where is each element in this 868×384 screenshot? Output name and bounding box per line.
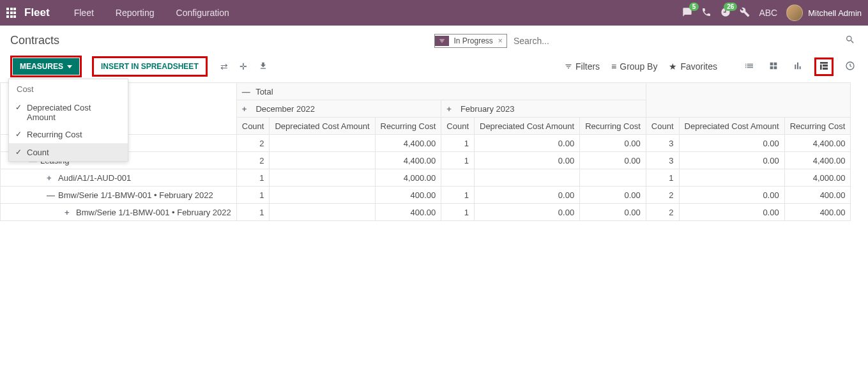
plus-icon[interactable]: + [65,208,73,217]
avatar [786,4,803,21]
apps-icon[interactable] [6,8,17,18]
pivot-cell [475,169,580,187]
plus-icon[interactable]: + [47,173,56,183]
pivot-cell [270,135,375,152]
kanban-view-icon[interactable] [766,58,781,75]
row-header[interactable]: —Bmw/Serie 1/1-BMW-001 • February 2022 [1,187,237,204]
phone-icon[interactable] [701,7,712,19]
col-total[interactable]: — Total [236,83,646,100]
pivot-cell: 1 [441,204,475,221]
chat-icon[interactable]: 5 [682,7,692,19]
measure-h-2[interactable]: Recurring Cost [375,118,441,135]
search-input[interactable] [511,33,842,49]
dd-item-recurring[interactable]: Recurring Cost [9,126,128,143]
nav-link-fleet[interactable]: Fleet [65,8,103,18]
pivot-cell: 0.00 [475,187,580,204]
measures-highlight: MEASURES [10,56,82,77]
search-facet: In Progress × [434,34,507,48]
pivot-cell: 0.00 [580,152,646,169]
expand-all-icon[interactable]: ✛ [240,61,247,72]
pivot-cell: 4,000.00 [784,169,851,187]
pivot-cell: 4,400.00 [784,135,851,152]
breadcrumb: Contracts [10,34,59,47]
pivot-cell: 1 [441,187,475,204]
pivot-cell: 0.00 [475,135,580,152]
table-row: +Bmw/Serie 1/1-BMW-001 • February 202214… [1,204,851,221]
groupby-label: Group By [620,61,657,72]
measure-h-2b[interactable]: Recurring Cost [580,118,646,135]
measure-h-1[interactable]: Depreciated Cost Amount [270,118,375,135]
minus-icon[interactable]: — [47,190,56,200]
row-header[interactable]: +Audi/A1/1-AUD-001 [1,169,237,187]
pivot-cell: 2 [236,152,270,169]
pivot-cell: 1 [441,135,475,152]
user-menu[interactable]: Mitchell Admin [786,4,862,21]
measure-h-2c[interactable]: Recurring Cost [784,118,851,135]
period-1-label: February 2023 [461,104,515,114]
col-period-1[interactable]: + February 2023 [441,100,646,118]
row-label: Bmw/Serie 1/1-BMW-001 • February 2022 [58,190,213,200]
filter-icon [435,36,449,46]
clock-icon[interactable]: 26 [720,7,731,19]
main-navbar: Fleet Fleet Reporting Configuration 5 26… [0,0,868,26]
pivot-cell: 0.00 [679,152,784,169]
search-icon[interactable] [842,32,858,49]
pivot-cell: 3 [646,152,679,169]
measure-h-1c[interactable]: Depreciated Cost Amount [679,118,784,135]
minus-icon: — [242,87,251,96]
pivot-cell: 1 [441,152,475,169]
pivot-cell: 4,400.00 [784,152,851,169]
abc-label[interactable]: ABC [759,8,777,18]
pivot-cell: 0.00 [475,204,580,221]
dd-item-depreciated[interactable]: Depreciated Cost Amount [9,99,128,126]
pivot-cell [270,187,375,204]
pivot-cell [679,169,784,187]
facet-text: In Progress [449,35,497,47]
measures-label: MEASURES [20,62,63,71]
measures-button[interactable]: MEASURES [13,58,79,75]
measure-h-0[interactable]: Count [236,118,270,135]
pivot-cell [270,152,375,169]
pivot-cell: 2 [646,204,679,221]
nav-link-configuration[interactable]: Configuration [167,8,238,18]
groupby-button[interactable]: ≡ Group By [611,61,657,72]
pivot-toolbar: ⇄ ✛ [220,61,268,72]
favorites-label: Favorites [680,61,717,72]
graph-view-icon[interactable] [790,58,805,75]
insert-highlight: INSERT IN SPREADSHEET [92,56,208,77]
pivot-cell: 400.00 [375,204,441,221]
filters-button[interactable]: Filters [565,61,600,72]
download-icon[interactable] [259,61,268,72]
pivot-cell: 1 [236,169,270,187]
tools-icon[interactable] [740,7,750,19]
pivot-cell: 1 [236,187,270,204]
list-view-icon[interactable] [742,58,757,75]
pivot-view-icon[interactable] [814,58,834,76]
navbar-right: 5 26 ABC Mitchell Admin [682,4,862,21]
measure-h-1b[interactable]: Depreciated Cost Amount [475,118,580,135]
row-header[interactable]: +Bmw/Serie 1/1-BMW-001 • February 2022 [1,204,237,221]
measure-h-0b[interactable]: Count [441,118,475,135]
nav-link-reporting[interactable]: Reporting [107,8,164,18]
facet-remove[interactable]: × [497,36,506,45]
insert-spreadsheet-button[interactable]: INSERT IN SPREADSHEET [95,59,205,74]
pivot-cell: 4,400.00 [375,135,441,152]
pivot-cell: 1 [236,204,270,221]
col-period-0[interactable]: + December 2022 [236,100,441,118]
pivot-cell: 4,400.00 [375,152,441,169]
app-title[interactable]: Fleet [24,6,50,19]
flip-axis-icon[interactable]: ⇄ [220,61,228,72]
measure-h-0c[interactable]: Count [646,118,679,135]
dd-header: Cost [9,79,128,99]
favorites-button[interactable]: ★ Favorites [669,61,717,72]
pivot-cell: 1 [646,169,679,187]
pivot-cell: 0.00 [679,135,784,152]
pivot-cell: 400.00 [784,204,851,221]
pivot-cell [270,204,375,221]
pivot-cell: 2 [236,135,270,152]
activity-view-icon[interactable] [842,58,858,75]
dd-item-count[interactable]: Count [9,144,128,161]
cp-right: Filters ≡ Group By ★ Favorites [565,58,858,76]
clock-badge-count: 26 [724,3,737,11]
pivot-cell: 4,000.00 [375,169,441,187]
